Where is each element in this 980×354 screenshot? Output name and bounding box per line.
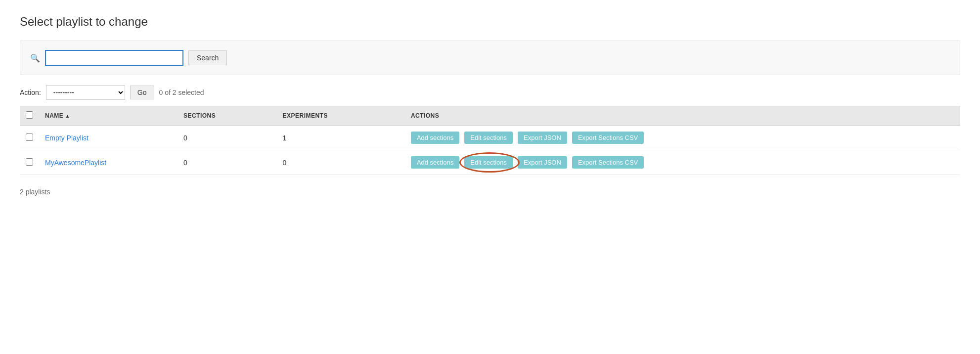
search-button[interactable]: Search (188, 50, 227, 65)
selected-count: 0 of 2 selected (159, 88, 204, 96)
col-header-actions: ACTIONS (405, 106, 960, 126)
table-row: MyAwesomePlaylist00Add sectionsEdit sect… (20, 150, 960, 175)
row-actions-cell: Add sectionsEdit sectionsExport JSONExpo… (405, 126, 960, 150)
search-icon: 🔍 (30, 53, 40, 63)
col-header-experiments: EXPERIMENTS (277, 106, 405, 126)
add-sections-button[interactable]: Add sections (411, 132, 459, 144)
action-label: Action: (20, 88, 41, 96)
edit-sections-highlight-wrap: Edit sections (464, 156, 515, 169)
col-header-name[interactable]: NAME (39, 106, 178, 126)
row-name-cell: MyAwesomePlaylist (39, 150, 178, 175)
table-header-row: NAME SECTIONS EXPERIMENTS ACTIONS (20, 106, 960, 126)
edit-sections-button[interactable]: Edit sections (464, 132, 513, 144)
playlist-table: NAME SECTIONS EXPERIMENTS ACTIONS Empty … (20, 106, 960, 175)
export-csv-button[interactable]: Export Sections CSV (572, 132, 644, 144)
go-button[interactable]: Go (130, 86, 154, 99)
table-row: Empty Playlist01Add sectionsEdit section… (20, 126, 960, 150)
row-experiments-cell: 0 (277, 150, 405, 175)
row-checkbox[interactable] (26, 133, 33, 141)
add-sections-button[interactable]: Add sections (411, 156, 459, 169)
row-actions-cell: Add sectionsEdit sectionsExport JSONExpo… (405, 150, 960, 175)
row-sections-cell: 0 (178, 126, 277, 150)
row-checkbox[interactable] (26, 158, 33, 166)
row-experiments-cell: 1 (277, 126, 405, 150)
row-sections-cell: 0 (178, 150, 277, 175)
playlist-link[interactable]: MyAwesomePlaylist (45, 159, 106, 167)
row-checkbox-cell (20, 150, 39, 175)
footer-count: 2 playlists (20, 183, 960, 196)
export-csv-button[interactable]: Export Sections CSV (572, 156, 644, 169)
select-all-checkbox[interactable] (26, 111, 33, 119)
action-select[interactable]: --------- (46, 85, 125, 100)
search-bar: 🔍 Search (20, 41, 960, 75)
export-json-button[interactable]: Export JSON (518, 156, 567, 169)
action-bar: Action: --------- Go 0 of 2 selected (20, 85, 960, 100)
select-all-cell (20, 106, 39, 126)
edit-sections-button[interactable]: Edit sections (464, 156, 513, 169)
row-name-cell: Empty Playlist (39, 126, 178, 150)
col-header-sections: SECTIONS (178, 106, 277, 126)
row-checkbox-cell (20, 126, 39, 150)
export-json-button[interactable]: Export JSON (518, 132, 567, 144)
page-title: Select playlist to change (20, 15, 960, 29)
playlist-link[interactable]: Empty Playlist (45, 134, 89, 142)
search-input[interactable] (45, 50, 183, 66)
